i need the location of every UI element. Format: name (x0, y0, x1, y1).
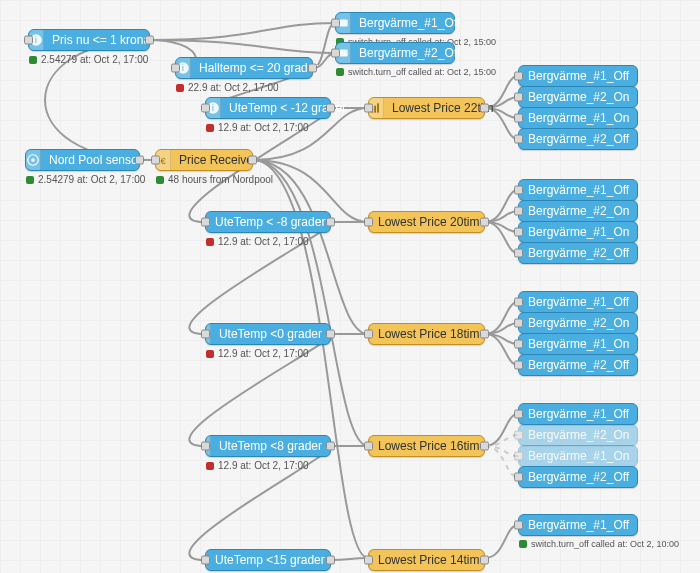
node-bv1-on[interactable]: Bergvärme_#1_On (518, 333, 638, 355)
node-label: Bergvärme_#2_On (520, 316, 637, 330)
node-label: Bergvärme_#1_Off (520, 518, 637, 532)
node-label: Bergvärme_#2_Off (351, 46, 468, 60)
svg-rect-13 (377, 103, 379, 112)
node-label: UteTemp < -8 grader (207, 215, 333, 229)
node-status: 12.9 at: Oct 2, 17:00 (206, 236, 309, 247)
node-label: Bergvärme_#2_On (520, 90, 637, 104)
node-utetemp-0[interactable]: UteTemp <0 grader 12.9 at: Oct 2, 17:00 (205, 323, 331, 345)
node-utetemp-15[interactable]: UteTemp <15 grader (205, 549, 331, 571)
node-bv2-off[interactable]: Bergvärme_#2_Off (518, 466, 638, 488)
node-bv1-off[interactable]: Bergvärme_#1_Off switch.turn_off called … (518, 514, 638, 536)
node-status: 2.54279 at: Oct 2, 17:00 (26, 174, 145, 185)
node-label: UteTemp <8 grader (211, 439, 330, 453)
node-bv1-off[interactable]: Bergvärme_#1_Off (518, 291, 638, 313)
node-bv2-on[interactable]: Bergvärme_#2_On (518, 86, 638, 108)
node-bv2-off[interactable]: Bergvärme_#2_Off (518, 354, 638, 376)
node-utetemp-m12[interactable]: i UteTemp < -12 grader 12.9 at: Oct 2, 1… (205, 97, 331, 119)
node-label: Bergvärme_#1_On (520, 337, 637, 351)
node-lowest-price-14[interactable]: Lowest Price 14tim (368, 549, 485, 571)
node-label: Bergvärme_#2_Off (520, 470, 637, 484)
node-bv1-off[interactable]: Bergvärme_#1_Off (518, 403, 638, 425)
sensor-icon (26, 150, 41, 170)
node-label: Bergvärme_#1_On (520, 111, 637, 125)
node-price-receiver[interactable]: € Price Receiver 48 hours from Nordpool (155, 149, 253, 171)
node-label: Lowest Price 18tim (370, 327, 487, 341)
node-halltemp[interactable]: i Halltemp <= 20 grader 22.9 at: Oct 2, … (175, 57, 313, 79)
svg-text:i: i (35, 36, 37, 45)
node-label: Bergvärme_#2_Off (520, 246, 637, 260)
node-label: Bergvärme_#1_On (520, 449, 637, 463)
svg-rect-12 (374, 106, 376, 113)
node-pris-nu[interactable]: i Pris nu <= 1 krona 2.54279 at: Oct 2, … (28, 29, 150, 51)
node-bv2-off[interactable]: Bergvärme_#2_Off (518, 242, 638, 264)
node-label: UteTemp <15 grader (207, 553, 333, 567)
node-label: Lowest Price 20tim (370, 215, 487, 229)
node-label: Bergvärme_#2_Off (520, 358, 637, 372)
svg-text:i: i (182, 64, 184, 73)
node-label: Bergvärme_#2_On (520, 428, 637, 442)
node-bv1-off-top[interactable]: Bergvärme_#1_Off switch.turn_off called … (335, 12, 455, 34)
node-bv1-off[interactable]: Bergvärme_#1_Off (518, 179, 638, 201)
node-label: Bergvärme_#1_On (520, 225, 637, 239)
node-lowest-price-22[interactable]: Lowest Price 22tim (368, 97, 485, 119)
node-label: UteTemp <0 grader (211, 327, 330, 341)
node-status: 22.9 at: Oct 2, 17:00 (176, 82, 279, 93)
node-status: 12.9 at: Oct 2, 17:00 (206, 460, 309, 471)
node-bv2-on-disabled[interactable]: Bergvärme_#2_On (518, 424, 638, 446)
node-label: Nord Pool sensor (41, 153, 150, 167)
node-status: switch.turn_off called at: Oct 2, 10:00 (519, 539, 679, 549)
node-bv1-on[interactable]: Bergvärme_#1_On (518, 107, 638, 129)
node-label: Bergvärme_#1_Off (520, 407, 637, 421)
node-lowest-price-18[interactable]: Lowest Price 18tim (368, 323, 485, 345)
node-bv1-on[interactable]: Bergvärme_#1_On (518, 221, 638, 243)
node-label: Lowest Price 16tim (370, 439, 487, 453)
node-bv2-off[interactable]: Bergvärme_#2_Off (518, 128, 638, 150)
node-lowest-price-16[interactable]: Lowest Price 16tim (368, 435, 485, 457)
node-nord-pool[interactable]: Nord Pool sensor 2.54279 at: Oct 2, 17:0… (25, 149, 140, 171)
node-bv2-off-top[interactable]: Bergvärme_#2_Off switch.turn_off called … (335, 42, 455, 64)
node-label: Pris nu <= 1 krona (44, 33, 158, 47)
node-utetemp-8[interactable]: UteTemp <8 grader 12.9 at: Oct 2, 17:00 (205, 435, 331, 457)
node-bv1-on-disabled[interactable]: Bergvärme_#1_On (518, 445, 638, 467)
node-bv2-on[interactable]: Bergvärme_#2_On (518, 312, 638, 334)
node-utetemp-m8[interactable]: UteTemp < -8 grader 12.9 at: Oct 2, 17:0… (205, 211, 331, 233)
node-label: Bergvärme_#2_Off (520, 132, 637, 146)
svg-text:€: € (160, 156, 166, 166)
node-lowest-price-20[interactable]: Lowest Price 20tim (368, 211, 485, 233)
node-status: 12.9 at: Oct 2, 17:00 (206, 122, 309, 133)
node-status: 2.54279 at: Oct 2, 17:00 (29, 54, 148, 65)
node-bv1-off[interactable]: Bergvärme_#1_Off (518, 65, 638, 87)
node-status: 12.9 at: Oct 2, 17:00 (206, 348, 309, 359)
node-label: Lowest Price 14tim (370, 553, 487, 567)
node-status: switch.turn_off called at: Oct 2, 15:00 (336, 67, 496, 77)
node-label: Halltemp <= 20 grader (191, 61, 326, 75)
svg-text:i: i (212, 104, 214, 113)
node-label: Bergvärme_#1_Off (520, 183, 637, 197)
node-label: Bergvärme_#1_Off (520, 295, 637, 309)
node-bv2-on[interactable]: Bergvärme_#2_On (518, 200, 638, 222)
node-label: Bergvärme_#1_Off (351, 16, 468, 30)
node-label: Bergvärme_#1_Off (520, 69, 637, 83)
node-status: 48 hours from Nordpool (156, 174, 273, 185)
node-label: Bergvärme_#2_On (520, 204, 637, 218)
svg-point-9 (31, 158, 35, 162)
